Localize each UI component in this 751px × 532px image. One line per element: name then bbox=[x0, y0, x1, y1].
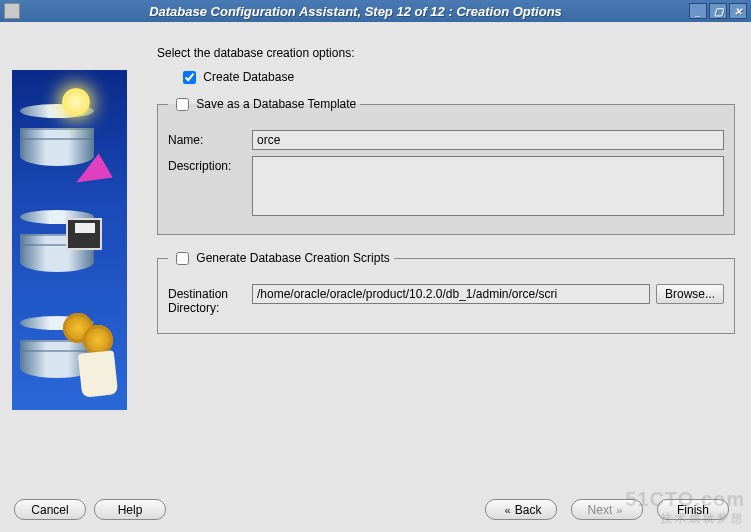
chevron-right-icon: » bbox=[616, 504, 622, 516]
browse-button[interactable]: Browse... bbox=[656, 284, 724, 304]
save-template-legend: Save as a Database Template bbox=[168, 95, 360, 114]
footer-bar: Cancel Help «Back Next» Finish bbox=[0, 499, 751, 520]
sql-scroll-icon bbox=[78, 350, 118, 398]
save-template-group: Save as a Database Template Name: Descri… bbox=[157, 95, 735, 235]
window-title: Database Configuration Assistant, Step 1… bbox=[24, 4, 687, 19]
wizard-sidebar-image bbox=[12, 70, 127, 410]
sparkle-icon bbox=[62, 88, 90, 116]
save-template-legend-label: Save as a Database Template bbox=[196, 97, 356, 111]
save-template-checkbox[interactable] bbox=[176, 98, 189, 111]
generate-scripts-legend: Generate Database Creation Scripts bbox=[168, 249, 394, 268]
template-name-label: Name: bbox=[168, 130, 252, 147]
help-button[interactable]: Help bbox=[94, 499, 166, 520]
create-database-label: Create Database bbox=[203, 70, 294, 84]
main-panel: Select the database creation options: Cr… bbox=[157, 46, 739, 459]
generate-scripts-legend-label: Generate Database Creation Scripts bbox=[196, 251, 389, 265]
template-desc-label: Description: bbox=[168, 156, 252, 173]
finish-button[interactable]: Finish bbox=[657, 499, 729, 520]
template-name-input[interactable] bbox=[252, 130, 724, 150]
app-icon bbox=[4, 3, 20, 19]
generate-scripts-checkbox[interactable] bbox=[176, 252, 189, 265]
content-area: Select the database creation options: Cr… bbox=[0, 22, 751, 467]
next-button[interactable]: Next» bbox=[571, 499, 643, 520]
titlebar: Database Configuration Assistant, Step 1… bbox=[0, 0, 751, 22]
chevron-left-icon: « bbox=[505, 504, 511, 516]
maximize-button[interactable]: ▢ bbox=[709, 3, 727, 19]
minimize-button[interactable]: _ bbox=[689, 3, 707, 19]
prompt-text: Select the database creation options: bbox=[157, 46, 735, 60]
dest-dir-input[interactable] bbox=[252, 284, 650, 304]
dest-dir-label: Destination Directory: bbox=[168, 284, 252, 315]
floppy-icon bbox=[66, 218, 102, 250]
gear-icon bbox=[86, 328, 110, 352]
cancel-button[interactable]: Cancel bbox=[14, 499, 86, 520]
template-desc-textarea[interactable] bbox=[252, 156, 724, 216]
generate-scripts-group: Generate Database Creation Scripts Desti… bbox=[157, 249, 735, 334]
close-button[interactable]: ✕ bbox=[729, 3, 747, 19]
create-database-option: Create Database bbox=[179, 68, 735, 87]
create-database-checkbox[interactable] bbox=[183, 71, 196, 84]
back-button[interactable]: «Back bbox=[485, 499, 557, 520]
